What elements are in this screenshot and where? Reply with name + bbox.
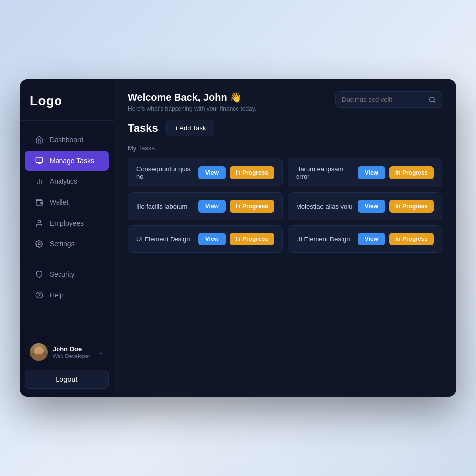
sidebar-item-help[interactable]: Help [25, 285, 109, 305]
tasks-grid: Consequuntur quis no View In Progress Ha… [128, 158, 442, 253]
view-button[interactable]: View [198, 233, 226, 245]
user-role: Web Developer [53, 353, 94, 359]
home-icon [35, 135, 44, 144]
user-profile-row[interactable]: John Doe Web Developer ⌄ [25, 339, 109, 365]
sidebar-item-analytics[interactable]: Analytics [25, 172, 109, 191]
search-icon[interactable] [429, 96, 436, 103]
sidebar-item-label: Help [50, 291, 64, 299]
logo-text: Logo [30, 93, 104, 109]
sidebar-item-label: Analytics [50, 178, 77, 185]
status-badge[interactable]: In Progress [230, 166, 274, 179]
user-name: John Doe [53, 345, 94, 354]
section-label: My Tasks [128, 144, 442, 152]
content-area: Tasks + Add Task My Tasks Consequuntur q… [114, 120, 456, 397]
employees-icon [35, 219, 44, 228]
help-icon [35, 291, 44, 299]
sidebar-item-security[interactable]: Security [25, 264, 109, 284]
search-input[interactable] [342, 96, 425, 103]
sidebar-logo-section: Logo [20, 79, 114, 121]
page-title: Tasks [128, 122, 158, 135]
tasks-icon [35, 156, 44, 165]
status-badge[interactable]: In Progress [389, 166, 434, 179]
task-name: Illo facilis laborum [136, 203, 198, 210]
task-name: Harum ea ipsam error [296, 165, 358, 180]
main-content: Welcome Back, John 👋 Here's what's happe… [114, 79, 456, 397]
sidebar-item-wallet[interactable]: Wallet [25, 192, 109, 212]
view-button[interactable]: View [358, 233, 385, 245]
sidebar-bottom: John Doe Web Developer ⌄ Logout [20, 331, 114, 397]
status-badge[interactable]: In Progress [230, 233, 274, 245]
chevron-down-icon: ⌄ [99, 349, 104, 356]
sidebar-item-manage-tasks[interactable]: Manage Tasks [25, 151, 109, 171]
sidebar-item-label: Manage Tasks [50, 157, 94, 165]
logout-button[interactable]: Logout [25, 370, 109, 389]
sidebar-item-label: Security [50, 270, 75, 278]
task-name: Molestiae alias volu [296, 203, 358, 210]
welcome-section: Welcome Back, John 👋 Here's what's happe… [128, 91, 256, 112]
task-actions: View In Progress [198, 233, 274, 245]
tasks-header: Tasks + Add Task [128, 120, 442, 136]
task-name: UI Element Design [136, 236, 198, 243]
sidebar: Logo Dashboard [20, 79, 114, 397]
table-row: Molestiae alias volu View In Progress [288, 192, 442, 220]
task-name: Consequuntur quis no [136, 165, 198, 180]
task-actions: View In Progress [198, 200, 274, 213]
view-button[interactable]: View [198, 200, 226, 213]
table-row: Illo facilis laborum View In Progress [128, 192, 283, 220]
sidebar-item-label: Wallet [50, 198, 68, 206]
sidebar-item-employees[interactable]: Employees [25, 213, 109, 233]
settings-icon [35, 239, 44, 248]
sidebar-navigation: Dashboard Manage Tasks [20, 121, 114, 331]
view-button[interactable]: View [358, 200, 385, 213]
task-actions: View In Progress [358, 200, 434, 213]
avatar [30, 343, 48, 361]
sidebar-item-dashboard[interactable]: Dashboard [25, 130, 109, 150]
welcome-subtitle: Here's what's happening with your financ… [128, 105, 256, 112]
app-window: Logo Dashboard [20, 79, 456, 397]
welcome-title: Welcome Back, John 👋 [128, 91, 256, 103]
svg-point-4 [38, 220, 40, 223]
table-row: UI Element Design View In Progress [128, 225, 283, 253]
view-button[interactable]: View [358, 166, 385, 179]
user-info: John Doe Web Developer [53, 345, 94, 359]
task-name: UI Element Design [296, 236, 358, 243]
task-actions: View In Progress [198, 166, 274, 179]
svg-rect-0 [36, 158, 42, 162]
svg-line-9 [434, 101, 435, 102]
analytics-icon [35, 177, 44, 186]
task-actions: View In Progress [358, 233, 434, 245]
add-task-button[interactable]: + Add Task [166, 120, 215, 136]
sidebar-item-label: Settings [50, 240, 75, 248]
svg-point-5 [38, 243, 40, 245]
view-button[interactable]: View [198, 166, 226, 179]
status-badge[interactable]: In Progress [389, 233, 434, 245]
sidebar-item-label: Employees [50, 219, 84, 227]
sidebar-item-settings[interactable]: Settings [25, 234, 109, 254]
wallet-icon [35, 198, 44, 207]
table-row: UI Element Design View In Progress [288, 225, 442, 253]
sidebar-item-label: Dashboard [50, 136, 84, 144]
security-icon [35, 270, 44, 279]
top-bar: Welcome Back, John 👋 Here's what's happe… [114, 79, 456, 120]
nav-divider [30, 259, 104, 259]
task-actions: View In Progress [358, 166, 434, 179]
table-row: Consequuntur quis no View In Progress [128, 158, 283, 187]
table-row: Harum ea ipsam error View In Progress [288, 158, 442, 187]
status-badge[interactable]: In Progress [389, 200, 434, 213]
status-badge[interactable]: In Progress [230, 200, 274, 213]
search-bar[interactable] [335, 91, 442, 108]
